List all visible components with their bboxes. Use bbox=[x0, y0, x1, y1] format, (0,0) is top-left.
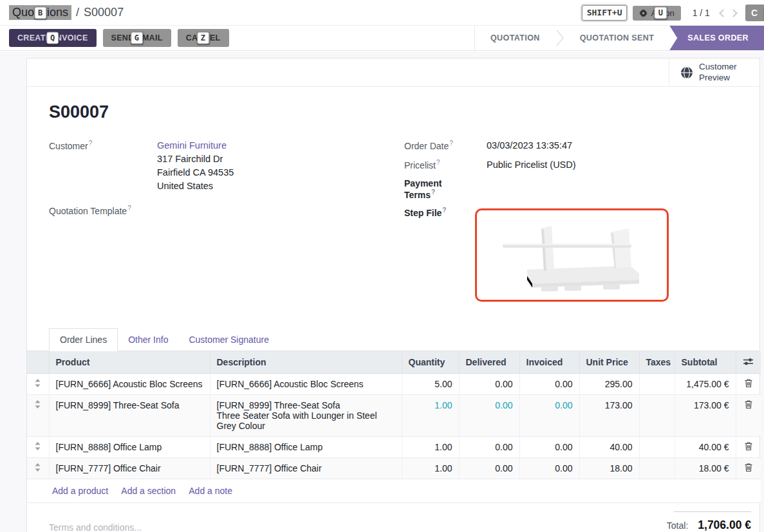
delete-row-button[interactable] bbox=[736, 457, 761, 479]
statusbar-separator-icon bbox=[555, 28, 564, 48]
subtotal-cell: 40.00 € bbox=[675, 436, 736, 457]
breadcrumb-separator: / bbox=[76, 6, 79, 19]
row-drag-handle[interactable] bbox=[27, 394, 49, 436]
help-icon: ? bbox=[436, 159, 440, 166]
taxes-cell[interactable] bbox=[639, 373, 675, 394]
subtotal-cell: 173.00 € bbox=[675, 394, 736, 436]
product-cell[interactable]: [FURN_6666] Acoustic Bloc Screens bbox=[49, 373, 210, 394]
invoiced-cell[interactable]: 0.00 bbox=[519, 457, 579, 479]
optional-columns-icon[interactable] bbox=[743, 357, 753, 367]
taxes-cell[interactable] bbox=[639, 457, 675, 479]
pager-next-button[interactable] bbox=[729, 9, 738, 17]
delete-row-button[interactable] bbox=[736, 373, 761, 394]
unit-price-cell[interactable]: 173.00 bbox=[579, 394, 639, 436]
tab-other-info[interactable]: Other Info bbox=[118, 329, 178, 351]
column-header-handle bbox=[27, 351, 49, 374]
table-header-row: Product Description Quantity Delivered I… bbox=[27, 351, 761, 374]
up-down-arrows-icon bbox=[35, 463, 41, 472]
order-date-label: Order Date? bbox=[404, 139, 475, 152]
add-a-section-link[interactable]: Add a section bbox=[121, 486, 176, 496]
invoiced-cell[interactable]: 0.00 bbox=[519, 394, 579, 436]
kbd-hint-g: G bbox=[131, 32, 144, 44]
description-cell[interactable]: [FURN_7777] Office Chair bbox=[210, 457, 402, 479]
unit-price-cell[interactable]: 18.00 bbox=[579, 457, 639, 479]
row-drag-handle[interactable] bbox=[27, 373, 49, 394]
customer-label: Customer? bbox=[49, 139, 145, 193]
terms-and-conditions-input[interactable]: Terms and conditions... bbox=[49, 522, 142, 532]
tab-customer-signature[interactable]: Customer Signature bbox=[178, 329, 279, 351]
taxes-cell[interactable] bbox=[639, 436, 675, 457]
order-date-value[interactable]: 03/03/2023 13:35:47 bbox=[475, 139, 738, 152]
add-a-note-link[interactable]: Add a note bbox=[189, 486, 232, 496]
unit-price-cell[interactable]: 295.00 bbox=[579, 373, 639, 394]
pricelist-value[interactable]: Public Pricelist (USD) bbox=[475, 158, 738, 172]
customer-preview-label: Customer Preview bbox=[699, 62, 741, 84]
help-icon: ? bbox=[449, 140, 453, 147]
trash-icon bbox=[745, 442, 752, 450]
customer-link[interactable]: Gemini Furniture bbox=[157, 140, 227, 151]
description-cell[interactable]: [FURN_8888] Office Lamp bbox=[210, 436, 402, 457]
top-bar: Quotations B / S00007 SHIFT+U Action U 1… bbox=[0, 0, 764, 26]
quantity-cell[interactable]: 1.00 bbox=[402, 457, 459, 479]
unit-price-cell[interactable]: 40.00 bbox=[579, 436, 639, 457]
trash-icon bbox=[745, 379, 752, 387]
delivered-cell[interactable]: 0.00 bbox=[459, 436, 519, 457]
cancel-button[interactable]: CANCEL Z bbox=[178, 29, 229, 47]
customer-address-line-1: 317 Fairchild Dr bbox=[157, 152, 404, 166]
help-icon: ? bbox=[431, 188, 435, 196]
field-pricelist: Pricelist? Public Pricelist (USD) bbox=[404, 158, 738, 172]
invoiced-cell[interactable]: 0.00 bbox=[519, 373, 579, 394]
description-cell[interactable]: [FURN_8999] Three-Seat Sofa Three Seater… bbox=[210, 394, 402, 436]
field-order-date: Order Date? 03/03/2023 13:35:47 bbox=[404, 139, 738, 152]
delete-row-button[interactable] bbox=[736, 436, 761, 457]
column-header-description: Description bbox=[210, 351, 402, 374]
pricelist-label: Pricelist? bbox=[404, 158, 475, 172]
product-cell[interactable]: [FURN_8888] Office Lamp bbox=[49, 436, 210, 457]
delete-row-button[interactable] bbox=[736, 394, 761, 436]
kbd-hint-u: U bbox=[655, 7, 667, 19]
record-title: S00007 bbox=[49, 102, 738, 122]
quantity-cell[interactable]: 5.00 bbox=[402, 373, 459, 394]
customer-preview-button[interactable]: Customer Preview bbox=[669, 59, 759, 86]
product-cell[interactable]: [FURN_8999] Three-Seat Sofa bbox=[49, 394, 210, 436]
gear-icon bbox=[639, 9, 648, 17]
pager-previous-button[interactable] bbox=[719, 9, 727, 17]
quotation-template-value[interactable] bbox=[145, 204, 404, 217]
taxes-cell[interactable] bbox=[639, 394, 675, 436]
field-column-right: Order Date? 03/03/2023 13:35:47 Pricelis… bbox=[404, 139, 738, 307]
delivered-cell[interactable]: 0.00 bbox=[459, 373, 519, 394]
kbd-hint-b: B bbox=[34, 6, 46, 19]
row-drag-handle[interactable] bbox=[27, 436, 49, 457]
row-drag-handle[interactable] bbox=[27, 457, 49, 479]
table-add-row: Add a product Add a section Add a note bbox=[27, 479, 761, 502]
quantity-cell[interactable]: 1.00 bbox=[402, 436, 459, 457]
breadcrumb-quotations[interactable]: Quotations B bbox=[9, 5, 71, 20]
add-a-product-link[interactable]: Add a product bbox=[52, 486, 108, 496]
statusbar-step-quotation[interactable]: QUOTATION bbox=[475, 26, 555, 50]
action-menu-button[interactable]: Action U bbox=[633, 6, 680, 21]
statusbar-step-quotation-sent[interactable]: QUOTATION SENT bbox=[564, 26, 670, 50]
corner-button-label: C bbox=[751, 8, 758, 18]
up-down-arrows-icon bbox=[35, 400, 41, 408]
send-email-button[interactable]: SEND EMAIL G bbox=[103, 29, 171, 47]
sheet-footer: Terms and conditions... Total: 1,706.00 … bbox=[27, 503, 759, 532]
action-row: CREATE INVOICE Q SEND EMAIL G CANCEL Z Q… bbox=[0, 26, 764, 51]
description-cell[interactable]: [FURN_6666] Acoustic Bloc Screens bbox=[210, 373, 402, 394]
step-file-preview[interactable] bbox=[475, 208, 669, 302]
product-cell[interactable]: [FURN_7777] Office Chair bbox=[49, 457, 210, 479]
quantity-cell[interactable]: 1.00 bbox=[402, 394, 459, 436]
up-down-arrows-icon bbox=[35, 442, 41, 450]
statusbar: QUOTATION QUOTATION SENT SALES ORDER bbox=[474, 26, 764, 50]
statusbar-step-sales-order[interactable]: SALES ORDER bbox=[669, 26, 764, 50]
customer-value[interactable]: Gemini Furniture 317 Fairchild Dr Fairfi… bbox=[145, 139, 404, 193]
create-invoice-button[interactable]: CREATE INVOICE Q bbox=[9, 29, 97, 47]
total-divider bbox=[674, 511, 751, 512]
delivered-cell[interactable]: 0.00 bbox=[459, 394, 519, 436]
payment-terms-value[interactable] bbox=[475, 178, 738, 200]
corner-button[interactable]: C bbox=[745, 5, 764, 21]
tab-order-lines[interactable]: Order Lines bbox=[49, 328, 118, 351]
invoiced-cell[interactable]: 0.00 bbox=[519, 436, 579, 457]
trash-icon bbox=[745, 400, 752, 408]
total-value: 1,706.00 € bbox=[698, 518, 751, 532]
delivered-cell[interactable]: 0.00 bbox=[459, 457, 519, 479]
